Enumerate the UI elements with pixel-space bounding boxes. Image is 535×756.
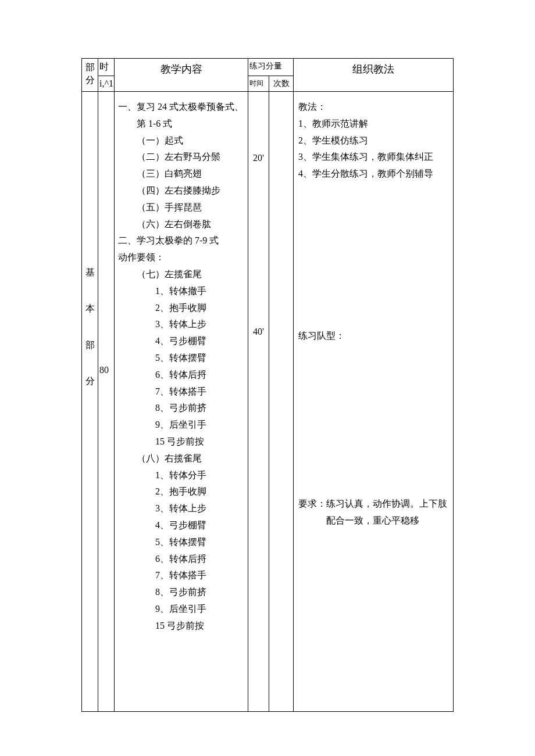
s2a-item: 3、转体上步 bbox=[155, 316, 244, 333]
sec2-sub: 动作要领： bbox=[118, 249, 244, 266]
bufen-char: 基 bbox=[85, 267, 95, 277]
jiaofa-block: 教法： 1、教师示范讲解 2、学生模仿练习 3、学生集体练习，教师集体纠正 4、… bbox=[298, 99, 448, 182]
s2a-item: 5、转体摆臂 bbox=[155, 350, 244, 367]
s2b-item: 4、弓步棚臂 bbox=[155, 517, 244, 534]
sec1-title: 一、复习 24 式太极拳预备式、 bbox=[118, 99, 244, 116]
s2a-item: 9、后坐引手 bbox=[155, 417, 244, 433]
s1-item: （三）白鹤亮翅 bbox=[137, 166, 244, 182]
s2a-item: 8、弓步前挤 bbox=[155, 400, 244, 417]
cell-time: 20' 40' bbox=[248, 92, 269, 712]
bufen-char: 本 bbox=[85, 303, 95, 313]
jiaofa-item: 1、教师示范讲解 bbox=[298, 116, 448, 132]
jiaofa-item: 2、学生模仿练习 bbox=[298, 132, 448, 149]
cell-bufen: 基 本 部 分 bbox=[82, 92, 98, 712]
s1-item: （六）左右倒卷肱 bbox=[137, 216, 244, 233]
hdr-shijian: 时间 bbox=[248, 76, 269, 92]
s2b-item: 1、转体分手 bbox=[155, 467, 244, 484]
cell-method: 教法： 1、教师示范讲解 2、学生模仿练习 3、学生集体练习，教师集体纠正 4、… bbox=[294, 92, 454, 712]
yaoqiu-block: 要求：练习认真，动作协调。上下肢配合一致，重心平稳移 bbox=[298, 496, 448, 529]
s2a-item: 6、转体后捋 bbox=[155, 367, 244, 384]
hdr-content: 教学内容 bbox=[115, 59, 248, 92]
sec2-title: 二、学习太极拳的 7-9 式 bbox=[118, 232, 244, 249]
hdr-cishu: 次数 bbox=[269, 76, 294, 92]
duixing-label: 练习队型： bbox=[298, 328, 448, 345]
sec1-sub: 第 1-6 式 bbox=[137, 116, 244, 132]
s2a-head: （七）左揽雀尾 bbox=[137, 266, 244, 283]
s2b-item: 8、弓步前挤 bbox=[155, 584, 244, 601]
lesson-plan-table: 部分 时 教学内容 练习分量 组织教法 i,^1 时间 次数 基 本 部 分 8… bbox=[81, 58, 454, 712]
s2b-item: 6、转体后捋 bbox=[155, 551, 244, 568]
jiaofa-item: 3、学生集体练习，教师集体纠正 bbox=[298, 149, 448, 166]
header-row-1: 部分 时 教学内容 练习分量 组织教法 bbox=[82, 59, 454, 76]
s2a-item: 15 弓步前按 bbox=[155, 433, 244, 450]
body-row: 基 本 部 分 80 一、复习 24 式太极拳预备式、 第 1-6 式 （一）起… bbox=[82, 92, 454, 712]
s2b-head: （八）右揽雀尾 bbox=[137, 450, 244, 467]
s2a-item: 7、转体搭手 bbox=[155, 384, 244, 400]
lbl-bufen-1: 部分 bbox=[85, 62, 95, 85]
jiaofa-item: 4、学生分散练习，教师个别辅导 bbox=[298, 166, 448, 182]
s1-item: （二）左右野马分鬃 bbox=[137, 149, 244, 166]
s2b-item: 7、转体搭手 bbox=[155, 567, 244, 584]
hdr-shi-1: 时 bbox=[98, 59, 115, 76]
s1-item: （五）手挥琵琶 bbox=[137, 199, 244, 216]
hdr-shi-2: i,^1 bbox=[98, 76, 115, 92]
s2a-item: 2、抱手收脚 bbox=[155, 300, 244, 317]
hdr-method: 组织教法 bbox=[294, 59, 454, 92]
s1-item: （一）起式 bbox=[137, 132, 244, 149]
bufen-char: 分 bbox=[85, 376, 95, 386]
s2b-item: 9、后坐引手 bbox=[155, 601, 244, 618]
s2a-item: 1、转体撤手 bbox=[155, 283, 244, 300]
s2b-item: 5、转体摆臂 bbox=[155, 534, 244, 551]
hdr-bufen: 部分 bbox=[82, 59, 98, 92]
s2b-item: 2、抱手收脚 bbox=[155, 483, 244, 500]
duixing-block: 练习队型： bbox=[298, 328, 448, 345]
s2a-item: 4、弓步棚臂 bbox=[155, 333, 244, 350]
hdr-fenliang: 练习分量 bbox=[248, 59, 294, 76]
cell-cishu bbox=[269, 92, 294, 712]
s2b-item: 15 弓步前按 bbox=[155, 618, 244, 635]
bufen-char: 部 bbox=[85, 340, 95, 350]
cell-shi: 80 bbox=[98, 92, 115, 712]
s1-item: （四）左右搂膝拗步 bbox=[137, 182, 244, 199]
cell-content: 一、复习 24 式太极拳预备式、 第 1-6 式 （一）起式 （二）左右野马分鬃… bbox=[115, 92, 248, 712]
time-2: 40' bbox=[249, 324, 268, 341]
s2b-item: 3、转体上步 bbox=[155, 500, 244, 517]
jiaofa-label: 教法： bbox=[298, 99, 448, 116]
time-1: 20' bbox=[249, 150, 268, 167]
